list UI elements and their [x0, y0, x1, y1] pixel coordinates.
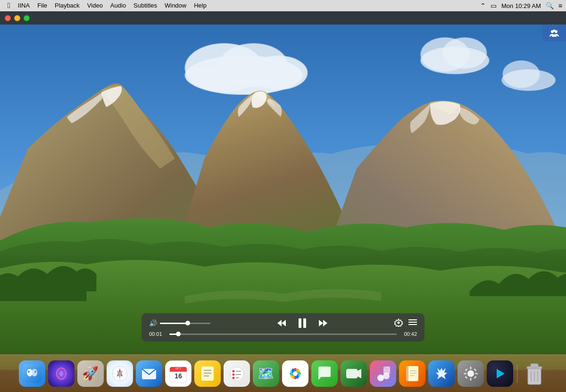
svg-rect-74	[464, 373, 466, 374]
svg-point-71	[467, 370, 474, 377]
rewind-button[interactable]	[276, 319, 287, 327]
dock-item-launchpad[interactable]: 🚀	[77, 360, 104, 387]
svg-point-46	[230, 367, 243, 380]
svg-point-25	[32, 369, 37, 376]
svg-rect-60	[346, 369, 358, 378]
svg-rect-15	[299, 318, 301, 328]
volume-control: 🔊	[149, 319, 210, 327]
traffic-lights	[5, 15, 30, 21]
playlist-icon[interactable]	[408, 319, 417, 328]
safari-icon	[107, 360, 133, 387]
search-icon[interactable]: 🔍	[546, 2, 554, 9]
svg-marker-18	[323, 320, 327, 326]
svg-point-27	[34, 371, 36, 373]
svg-point-2	[553, 30, 556, 32]
close-button[interactable]	[5, 15, 11, 21]
svg-marker-80	[497, 369, 505, 378]
svg-point-51	[232, 376, 234, 379]
svg-point-30	[59, 371, 63, 376]
menu-playback[interactable]: Playback	[51, 0, 83, 11]
menu-subtitles[interactable]: Subtitles	[130, 0, 161, 11]
svg-rect-73	[470, 378, 471, 381]
dock-item-finder[interactable]	[19, 360, 45, 387]
dock-item-calendar[interactable]: 16 OCT	[165, 360, 191, 387]
dock-item-safari[interactable]	[107, 360, 133, 387]
volume-icon[interactable]: 🔊	[149, 319, 157, 327]
dock-item-ibooks[interactable]	[399, 360, 425, 387]
dock-item-photos[interactable]	[282, 360, 308, 387]
dock-item-reminders[interactable]	[224, 360, 250, 387]
airplay-icon[interactable]: ▭	[491, 2, 497, 9]
svg-marker-61	[358, 369, 361, 378]
fastforward-button[interactable]	[318, 319, 328, 327]
dock: 🚀 16	[0, 354, 566, 392]
svg-rect-64	[383, 367, 390, 374]
svg-rect-67	[406, 366, 408, 381]
maximize-button[interactable]	[24, 15, 30, 21]
sharing-icon[interactable]	[542, 25, 566, 42]
reminders-icon	[224, 360, 250, 387]
dock-item-notes[interactable]	[194, 360, 221, 387]
sysprefs-icon	[458, 360, 484, 387]
dock-item-appstore[interactable]	[428, 360, 455, 387]
svg-rect-83	[531, 364, 538, 367]
svg-rect-77	[474, 368, 476, 371]
volume-track[interactable]	[160, 323, 210, 324]
svg-rect-72	[470, 367, 471, 369]
ibooks-icon	[399, 360, 425, 387]
video-area[interactable]: 🔊	[0, 11, 566, 370]
siri-icon	[48, 360, 75, 387]
dock-item-mail[interactable]	[136, 360, 162, 387]
menu-bar:  IINA File Playback Video Audio Subtitl…	[0, 0, 566, 11]
menu-app-name[interactable]: IINA	[14, 0, 33, 11]
menu-video[interactable]: Video	[83, 0, 107, 11]
svg-rect-79	[474, 375, 476, 378]
maps-icon: 🗺️	[253, 360, 279, 387]
cursor-icon: ⌃	[480, 2, 486, 9]
dock-separator	[517, 364, 517, 383]
menu-clock: Mon 10:29 AM	[501, 2, 541, 9]
svg-point-47	[232, 370, 234, 372]
calendar-icon: 16 OCT	[165, 360, 191, 387]
svg-rect-39	[170, 370, 187, 372]
svg-rect-42	[201, 367, 214, 381]
pause-button[interactable]	[298, 318, 307, 328]
time-total: 00:42	[400, 331, 417, 337]
menu-window[interactable]: Window	[161, 0, 190, 11]
menu-help[interactable]: Help	[190, 0, 210, 11]
dock-item-messages[interactable]	[311, 360, 338, 387]
svg-marker-14	[282, 320, 286, 326]
finder-icon	[19, 360, 45, 387]
dock-item-trash[interactable]	[521, 360, 548, 387]
svg-point-19	[398, 321, 400, 324]
svg-point-62	[377, 375, 384, 381]
apple-menu[interactable]: 	[4, 0, 14, 11]
svg-point-10	[442, 37, 487, 69]
dock-item-facetime[interactable]	[341, 360, 367, 387]
dock-item-maps[interactable]: 🗺️	[253, 360, 279, 387]
svg-rect-78	[465, 375, 467, 378]
launchpad-icon: 🚀	[77, 360, 104, 387]
progress-thumb[interactable]	[176, 332, 181, 336]
iina-window: 🔊	[0, 11, 566, 370]
playback-controls: 🔊	[142, 313, 424, 342]
svg-rect-76	[465, 368, 467, 371]
minimize-button[interactable]	[14, 15, 20, 21]
settings-icon[interactable]	[394, 318, 403, 328]
menu-audio[interactable]: Audio	[107, 0, 130, 11]
mail-icon	[136, 360, 162, 387]
dock-item-itunes[interactable]	[370, 360, 396, 387]
progress-track[interactable]	[169, 334, 397, 335]
dock-item-infuse[interactable]	[487, 360, 513, 387]
notification-icon[interactable]: ≡	[558, 2, 562, 9]
volume-thumb[interactable]	[185, 321, 190, 325]
menu-file[interactable]: File	[33, 0, 51, 11]
dock-item-sysprefs[interactable]	[458, 360, 484, 387]
svg-point-26	[28, 371, 30, 373]
dock-item-siri[interactable]	[48, 360, 75, 387]
svg-point-7	[249, 56, 308, 90]
messages-icon	[311, 360, 338, 387]
progress-section: 00:01 00:42	[149, 331, 417, 337]
notes-icon	[194, 360, 221, 387]
svg-point-12	[502, 60, 540, 88]
